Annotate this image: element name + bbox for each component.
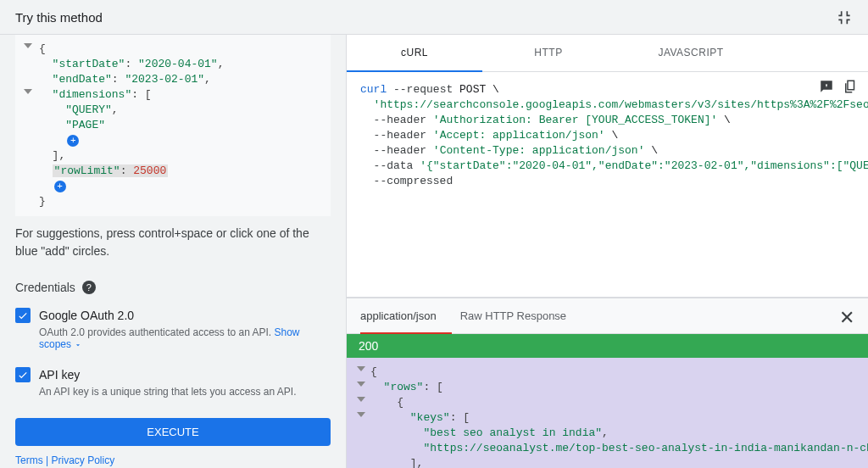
oauth-description: OAuth 2.0 provides authenticated access …: [39, 326, 331, 350]
oauth-checkbox[interactable]: [15, 308, 31, 323]
dark-mode-icon[interactable]: [819, 79, 834, 94]
status-badge: 200: [347, 334, 868, 358]
help-icon[interactable]: ?: [82, 281, 96, 294]
apikey-description: An API key is a unique string that lets …: [39, 386, 331, 398]
code-sample-tabs: cURL HTTP JAVASCRIPT: [347, 35, 868, 72]
execute-button[interactable]: EXECUTE: [15, 418, 331, 446]
response-tabs: application/json Raw HTTP Response ✕: [347, 297, 868, 334]
privacy-link[interactable]: Privacy Policy: [51, 454, 114, 466]
add-field-button[interactable]: +: [54, 181, 66, 192]
editor-hint: For suggestions, press control+space or …: [0, 225, 346, 260]
terms-link[interactable]: Terms: [15, 454, 43, 466]
copy-icon[interactable]: [843, 79, 858, 94]
fold-icon[interactable]: [357, 397, 365, 402]
curl-code-block: curl --request POST \ 'https://searchcon…: [347, 72, 868, 199]
close-icon[interactable]: ✕: [839, 307, 856, 324]
footer-links: Terms | Privacy Policy: [0, 453, 346, 468]
active-tab-underline: [360, 332, 452, 334]
page-title: Try this method: [15, 10, 103, 25]
request-body-editor[interactable]: { "startDate": "2020-04-01", "endDate": …: [15, 35, 331, 216]
fold-icon[interactable]: [24, 43, 32, 48]
credentials-heading: Credentials: [15, 281, 75, 294]
apikey-checkbox[interactable]: [15, 367, 31, 382]
oauth-checkbox-label[interactable]: Google OAuth 2.0: [15, 308, 331, 323]
tab-javascript[interactable]: JAVASCRIPT: [615, 35, 767, 71]
fold-icon[interactable]: [357, 412, 365, 417]
fold-icon[interactable]: [357, 382, 365, 387]
tab-curl[interactable]: cURL: [347, 35, 482, 72]
add-field-button[interactable]: +: [67, 135, 79, 147]
response-body: { "rows": [ { "keys": [ "best seo analys…: [347, 358, 868, 469]
apikey-checkbox-label[interactable]: API key: [15, 367, 331, 382]
fold-icon[interactable]: [24, 89, 32, 94]
fold-icon[interactable]: [357, 366, 365, 371]
collapse-icon[interactable]: [836, 8, 853, 25]
tab-raw-http[interactable]: Raw HTTP Response: [460, 299, 566, 332]
tab-application-json[interactable]: application/json: [360, 299, 437, 332]
tab-http[interactable]: HTTP: [482, 35, 615, 71]
